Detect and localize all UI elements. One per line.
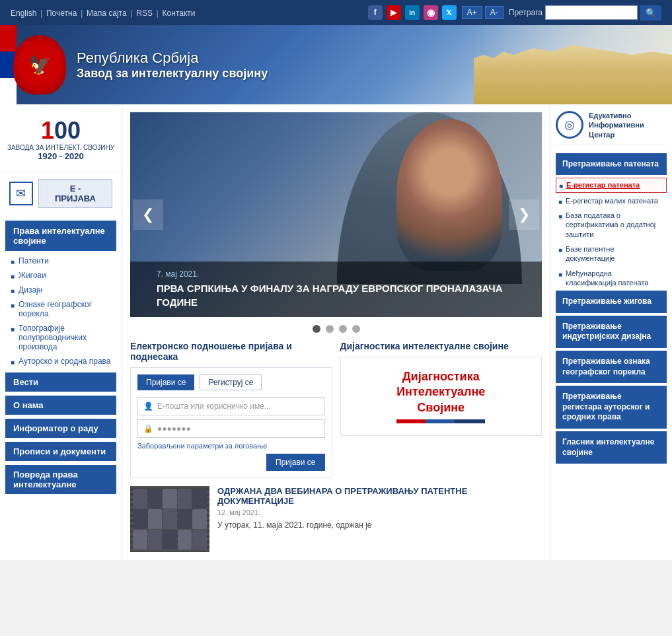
right-btn-dizajn[interactable]: Претраживање индустријских дизајна [556,316,667,348]
tab-prijavi[interactable]: Пријави се [137,374,194,390]
logo-subtitle: ЗАВОДА ЗА ИНТЕЛЕКТ. СВОЈИНУ [7,144,115,151]
bullet-zigovi: ■ [11,273,15,280]
sidebar-label-zigovi: Жигови [19,271,46,280]
sidebar-item-propisi[interactable]: Прописи и документи [5,442,116,461]
main-wrapper: 100 ЗАВОДА ЗА ИНТЕЛЕКТ. СВОЈИНУ 1920 - 2… [0,104,672,560]
epodnosenje-section: Електронско подношење пријава и поднесак… [130,341,332,478]
bullet-baze: ■ [558,246,562,254]
sidebar-item-o-nama[interactable]: О нама [5,396,116,415]
carousel-dot-4[interactable] [352,325,360,333]
right-sub-eregistar-patenta[interactable]: ■ Е-регистар патената [556,178,667,192]
sidebar-item-povreda[interactable]: Повреда права интелектуалне [5,465,116,494]
sidebar-item-prava[interactable]: Права интелектуалне својине [5,221,116,251]
right-label-baze: Базе патентне документације [566,244,664,264]
header-building-bg [474,25,672,104]
sidebar-label-dizajn: Дизајн [19,285,42,295]
right-label-klasifikacija: Међународна класификација патената [566,269,664,288]
left-sidebar: 100 ЗАВОДА ЗА ИНТЕЛЕКТ. СВОЈИНУ 1920 - 2… [0,104,122,560]
news-title[interactable]: ОДРЖАНА ДВА ВЕБИНАРА О ПРЕТРАЖИВАЊУ ПАТЕ… [217,486,542,506]
header-left: 🦅 Република Србија Завод за интелектуалн… [0,35,268,94]
right-label-eregistar: Е-регистар патената [566,180,640,190]
forgot-password-link[interactable]: Заборављени параметри за логовање [137,442,325,450]
nav-rss[interactable]: RSS [136,9,153,18]
sidebar-label-oznake: Ознаке географског порекла [19,300,111,318]
news-section: ОДРЖАНА ДВА ВЕБИНАРА О ПРЕТРАЖИВАЊУ ПАТЕ… [130,486,542,552]
login-submit-button[interactable]: Пријави се [266,454,324,471]
bullet-klasifikacija: ■ [558,271,562,278]
sidebar-item-autorsko[interactable]: ■ Ауторско и сродна права [0,354,122,369]
carousel-dot-1[interactable] [313,325,320,333]
right-btn-zigovi[interactable]: Претраживање жигова [556,291,667,313]
nav-english[interactable]: English [11,9,36,18]
nav-mapa[interactable]: Мапа сајта [87,9,127,18]
right-sub-baze-patenti[interactable]: ■ Базе патентне документације [556,242,667,265]
tab-registruj[interactable]: Региструј се [200,374,262,390]
diagnostika-logo: Дијагностика Интелектуалне Својине [396,369,485,423]
facebook-icon[interactable]: f [368,5,383,20]
right-sub-sertifikati[interactable]: ■ База података о сертификатима о додатн… [556,209,667,241]
right-sub-mali-patenti[interactable]: ■ Е-регистар малих патената [556,194,667,207]
right-label-mali: Е-регистар малих патената [566,196,658,205]
linkedin-icon[interactable]: in [405,5,420,20]
instagram-icon[interactable]: ◉ [424,5,438,20]
twitter-icon[interactable]: 𝕏 [442,5,457,20]
right-btn-patenti[interactable]: Претраживање патената [556,153,667,176]
right-btn-oznake[interactable]: Претраживање ознака географског порекла [556,351,667,383]
carousel-prev-button[interactable]: ❮ [133,199,163,230]
epodnosenje-title: Електронско подношење пријава и поднесак… [130,341,332,362]
top-bar: English | Почетна | Мапа сајта | RSS | К… [0,0,672,25]
news-excerpt: У уторак, 11. маја 2021. године, одржан … [217,519,542,531]
diagnostika-section: Дијагностика интелектуалне својине Дијаг… [340,341,542,478]
sidebar-item-vesti[interactable]: Вести [5,372,116,392]
social-icons: f ▶ in ◉ 𝕏 [368,5,457,20]
e-prijava-button[interactable]: Е - ПРИЈАВА [38,179,112,208]
carousel-title: ПРВА СРПКИЊА У ФИНАЛУ ЗА НАГРАДУ ЕВРОПСК… [157,281,515,309]
sidebar-item-patenti[interactable]: ■ Патенти [0,254,122,268]
logo-00: 00 [54,117,81,144]
edu-center-icon: ◎ [556,111,583,139]
sidebar-item-topografije[interactable]: ■ Топографије полупроводничких производа [0,321,122,354]
diagnostika-box[interactable]: Дијагностика Интелектуалне Својине [340,357,542,436]
login-form: Пријави се Региструј се 👤 Е-пошта или ко… [130,367,332,478]
e-prijava-row: ✉ Е - ПРИЈАВА [0,172,122,215]
main-content: 7. мај 2021. ПРВА СРПКИЊА У ФИНАЛУ ЗА НА… [122,104,550,560]
news-image [130,486,209,552]
bullet-autorsko: ■ [11,359,15,366]
carousel-dot-2[interactable] [326,325,334,333]
e-prijava-icon: ✉ [9,182,33,205]
search-bar: Претрага 🔍 [509,5,661,20]
font-increase-button[interactable]: A+ [462,6,482,19]
right-btn-autorsko[interactable]: Претраживање регистара ауторског и сродн… [556,386,667,429]
sidebar-item-dizajn[interactable]: ■ Дизајн [0,283,122,297]
coat-of-arms: 🦅 [13,35,66,94]
logo-100: 100 [7,119,115,143]
sidebar-logo: 100 ЗАВОДА ЗА ИНТЕЛЕКТ. СВОЈИНУ 1920 - 2… [0,112,122,172]
sidebar-item-oznake[interactable]: ■ Ознаке географског порекла [0,297,122,321]
sidebar-label-autorsko: Ауторско и сродна права [19,357,111,366]
search-label: Претрага [509,8,542,17]
carousel-next-button[interactable]: ❯ [509,199,539,230]
nav-pocetna[interactable]: Почетна [46,9,77,18]
bullet-oznake: ■ [11,302,15,309]
font-decrease-button[interactable]: A- [485,6,504,19]
two-column-section: Електронско подношење пријава и поднесак… [130,341,542,478]
password-field[interactable]: 🔒 ●●●●●●● [137,419,325,438]
sidebar-item-zigovi[interactable]: ■ Жигови [0,268,122,283]
bullet-eregistar: ■ [559,182,563,190]
bullet-mali: ■ [558,198,562,205]
logo-red-100: 1 [41,117,54,144]
youtube-icon[interactable]: ▶ [387,5,401,20]
right-btn-glasnik[interactable]: Гласник интелектуалне својине [556,431,667,464]
carousel-dots [130,325,542,333]
carousel-dot-3[interactable] [339,325,347,333]
lock-icon: 🔒 [143,424,153,433]
header-title: Република Србија Завод за интелектуалну … [77,50,268,81]
sidebar-item-informator[interactable]: Информатор о раду [5,419,116,438]
search-button[interactable]: 🔍 [640,5,661,20]
edu-line2: Информативни [589,120,644,129]
nav-kontakti[interactable]: Контакти [163,9,196,18]
top-bar-right: f ▶ in ◉ 𝕏 A+ A- Претрага 🔍 [368,5,661,20]
right-sub-klasifikacija[interactable]: ■ Међународна класификација патената [556,267,667,290]
search-input[interactable] [545,5,638,20]
email-field[interactable]: 👤 Е-пошта или корисничко име... [137,397,325,415]
